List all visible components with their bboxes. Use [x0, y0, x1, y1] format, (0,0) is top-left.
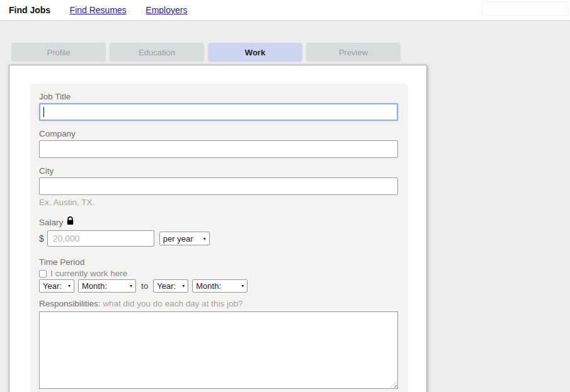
responsibilities-hint: what did you do each day at this job?: [103, 299, 242, 308]
tab-work[interactable]: Work: [208, 43, 302, 62]
time-period-label: Time Period: [39, 257, 399, 267]
from-year-select[interactable]: Year: ▾: [39, 279, 74, 293]
text-caret: [43, 107, 44, 117]
faded-topright-element: [482, 1, 569, 16]
to-month-select[interactable]: Month: ▾: [192, 279, 248, 293]
step-tabs: Profile Education Work Preview: [11, 43, 401, 62]
chevron-down-icon: ▾: [130, 283, 132, 289]
to-year-value: Year:: [157, 281, 176, 291]
to-year-select[interactable]: Year: ▾: [153, 279, 188, 293]
company-input[interactable]: [39, 140, 398, 158]
currency-symbol: $: [39, 233, 44, 244]
tab-preview[interactable]: Preview: [306, 43, 401, 62]
to-month-value: Month:: [196, 281, 221, 291]
salary-period-value: per year: [163, 234, 193, 244]
from-month-select[interactable]: Month: ▾: [78, 279, 136, 293]
chevron-down-icon: ▾: [68, 283, 71, 289]
chevron-down-icon: ▾: [203, 236, 206, 242]
company-label: Company: [39, 128, 399, 139]
chevron-down-icon: ▾: [182, 283, 185, 289]
job-title-label: Job Title: [39, 91, 399, 102]
chevron-down-icon: ▾: [241, 283, 244, 289]
form-card: Job Title Company City Ex. Austin, TX. S…: [9, 65, 427, 392]
date-range-separator: to: [140, 281, 149, 291]
salary-label: Salary: [39, 217, 63, 228]
tab-profile[interactable]: Profile: [11, 43, 106, 62]
lock-icon: [67, 216, 74, 228]
nav-item-find-jobs[interactable]: Find Jobs: [9, 0, 50, 20]
tab-education[interactable]: Education: [110, 43, 204, 62]
currently-work-here-label: I currently work here: [50, 269, 127, 278]
city-hint: Ex. Austin, TX.: [39, 197, 399, 208]
job-title-input[interactable]: [39, 103, 398, 121]
city-label: City: [39, 165, 399, 176]
city-input[interactable]: [39, 177, 398, 195]
salary-period-select[interactable]: per year ▾: [159, 232, 210, 245]
from-year-value: Year:: [43, 281, 62, 291]
responsibilities-textarea[interactable]: [39, 311, 398, 389]
from-month-value: Month:: [82, 281, 107, 291]
work-form-panel: Job Title Company City Ex. Austin, TX. S…: [30, 84, 408, 392]
currently-work-here-checkbox[interactable]: [39, 270, 47, 277]
responsibilities-label: Responsibilities:: [39, 299, 101, 308]
nav-item-find-resumes[interactable]: Find Resumes: [70, 0, 127, 20]
top-nav: Find Jobs Find Resumes Employers: [0, 0, 570, 21]
salary-input[interactable]: [47, 230, 154, 247]
nav-item-employers[interactable]: Employers: [145, 0, 187, 20]
